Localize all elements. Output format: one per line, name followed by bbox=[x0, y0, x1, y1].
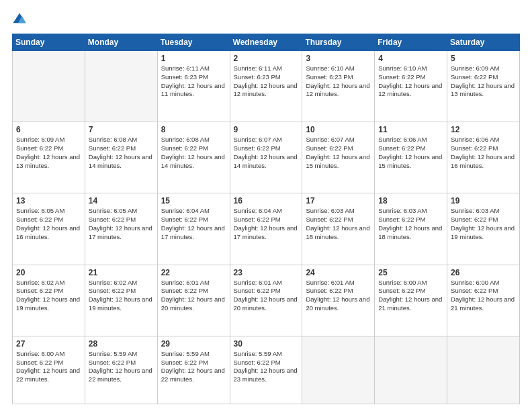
day-info: Sunrise: 6:07 AM Sunset: 6:22 PM Dayligh… bbox=[306, 136, 371, 170]
week-row-2: 6Sunrise: 6:09 AM Sunset: 6:22 PM Daylig… bbox=[13, 122, 520, 193]
weekday-header-friday: Friday bbox=[375, 34, 447, 51]
weekday-header-monday: Monday bbox=[85, 34, 157, 51]
day-info: Sunrise: 6:03 AM Sunset: 6:22 PM Dayligh… bbox=[451, 207, 516, 241]
calendar-cell: 7Sunrise: 6:08 AM Sunset: 6:22 PM Daylig… bbox=[85, 122, 157, 193]
day-number: 15 bbox=[161, 196, 226, 205]
calendar-cell: 17Sunrise: 6:03 AM Sunset: 6:22 PM Dayli… bbox=[302, 193, 375, 265]
day-number: 12 bbox=[451, 125, 516, 134]
calendar-cell: 8Sunrise: 6:08 AM Sunset: 6:22 PM Daylig… bbox=[157, 122, 230, 193]
calendar-cell: 27Sunrise: 6:00 AM Sunset: 6:22 PM Dayli… bbox=[13, 336, 85, 404]
calendar-cell: 1Sunrise: 6:11 AM Sunset: 6:23 PM Daylig… bbox=[157, 51, 230, 122]
day-info: Sunrise: 6:01 AM Sunset: 6:22 PM Dayligh… bbox=[306, 279, 371, 313]
day-info: Sunrise: 6:11 AM Sunset: 6:23 PM Dayligh… bbox=[161, 64, 226, 99]
day-info: Sunrise: 6:06 AM Sunset: 6:22 PM Dayligh… bbox=[451, 136, 516, 170]
calendar-cell bbox=[85, 51, 157, 122]
day-info: Sunrise: 6:03 AM Sunset: 6:22 PM Dayligh… bbox=[378, 207, 443, 241]
day-number: 11 bbox=[378, 125, 443, 134]
day-info: Sunrise: 6:04 AM Sunset: 6:22 PM Dayligh… bbox=[161, 207, 226, 241]
calendar-cell: 22Sunrise: 6:01 AM Sunset: 6:22 PM Dayli… bbox=[157, 265, 230, 336]
day-info: Sunrise: 6:05 AM Sunset: 6:22 PM Dayligh… bbox=[16, 207, 81, 241]
calendar-cell: 15Sunrise: 6:04 AM Sunset: 6:22 PM Dayli… bbox=[157, 193, 230, 265]
day-info: Sunrise: 5:59 AM Sunset: 6:22 PM Dayligh… bbox=[89, 350, 154, 384]
day-number: 22 bbox=[161, 268, 226, 277]
day-number: 28 bbox=[89, 339, 154, 349]
day-info: Sunrise: 6:08 AM Sunset: 6:22 PM Dayligh… bbox=[161, 136, 226, 170]
day-info: Sunrise: 5:59 AM Sunset: 6:22 PM Dayligh… bbox=[234, 350, 299, 384]
calendar-cell bbox=[447, 336, 520, 404]
day-number: 13 bbox=[16, 196, 81, 205]
calendar-cell: 25Sunrise: 6:00 AM Sunset: 6:22 PM Dayli… bbox=[375, 265, 447, 336]
calendar-cell: 10Sunrise: 6:07 AM Sunset: 6:22 PM Dayli… bbox=[302, 122, 375, 193]
day-info: Sunrise: 6:08 AM Sunset: 6:22 PM Dayligh… bbox=[89, 136, 154, 170]
calendar-cell: 28Sunrise: 5:59 AM Sunset: 6:22 PM Dayli… bbox=[85, 336, 157, 404]
day-number: 25 bbox=[378, 268, 443, 277]
calendar-cell: 6Sunrise: 6:09 AM Sunset: 6:22 PM Daylig… bbox=[13, 122, 85, 193]
day-info: Sunrise: 6:00 AM Sunset: 6:22 PM Dayligh… bbox=[16, 350, 81, 384]
calendar-cell bbox=[302, 336, 375, 404]
day-number: 20 bbox=[16, 268, 81, 277]
day-info: Sunrise: 6:03 AM Sunset: 6:22 PM Dayligh… bbox=[306, 207, 371, 241]
calendar-cell: 20Sunrise: 6:02 AM Sunset: 6:22 PM Dayli… bbox=[13, 265, 85, 336]
day-number: 2 bbox=[234, 54, 299, 63]
week-row-4: 20Sunrise: 6:02 AM Sunset: 6:22 PM Dayli… bbox=[13, 265, 520, 336]
weekday-header-tuesday: Tuesday bbox=[157, 34, 230, 51]
day-info: Sunrise: 6:04 AM Sunset: 6:22 PM Dayligh… bbox=[234, 207, 299, 241]
day-info: Sunrise: 6:11 AM Sunset: 6:23 PM Dayligh… bbox=[234, 64, 299, 99]
day-number: 3 bbox=[306, 54, 371, 63]
day-number: 1 bbox=[161, 54, 226, 63]
day-info: Sunrise: 6:09 AM Sunset: 6:22 PM Dayligh… bbox=[16, 136, 81, 170]
day-info: Sunrise: 6:01 AM Sunset: 6:22 PM Dayligh… bbox=[234, 279, 299, 313]
day-number: 30 bbox=[234, 339, 299, 349]
week-row-1: 1Sunrise: 6:11 AM Sunset: 6:23 PM Daylig… bbox=[13, 51, 520, 122]
day-number: 10 bbox=[306, 125, 371, 134]
calendar-cell: 30Sunrise: 5:59 AM Sunset: 6:22 PM Dayli… bbox=[230, 336, 302, 404]
day-info: Sunrise: 6:07 AM Sunset: 6:22 PM Dayligh… bbox=[234, 136, 299, 170]
day-number: 17 bbox=[306, 196, 371, 205]
weekday-header-row: SundayMondayTuesdayWednesdayThursdayFrid… bbox=[13, 34, 520, 51]
calendar-cell: 12Sunrise: 6:06 AM Sunset: 6:22 PM Dayli… bbox=[447, 122, 520, 193]
calendar-cell: 29Sunrise: 5:59 AM Sunset: 6:22 PM Dayli… bbox=[157, 336, 230, 404]
day-info: Sunrise: 6:05 AM Sunset: 6:22 PM Dayligh… bbox=[89, 207, 154, 241]
day-info: Sunrise: 6:09 AM Sunset: 6:22 PM Dayligh… bbox=[451, 64, 516, 99]
day-info: Sunrise: 6:06 AM Sunset: 6:22 PM Dayligh… bbox=[378, 136, 443, 170]
header bbox=[12, 12, 520, 27]
day-number: 9 bbox=[234, 125, 299, 134]
day-number: 16 bbox=[234, 196, 299, 205]
calendar-cell bbox=[13, 51, 85, 122]
calendar: SundayMondayTuesdayWednesdayThursdayFrid… bbox=[12, 34, 520, 404]
calendar-cell: 13Sunrise: 6:05 AM Sunset: 6:22 PM Dayli… bbox=[13, 193, 85, 265]
weekday-header-wednesday: Wednesday bbox=[230, 34, 302, 51]
day-number: 14 bbox=[89, 196, 154, 205]
calendar-cell: 18Sunrise: 6:03 AM Sunset: 6:22 PM Dayli… bbox=[375, 193, 447, 265]
day-number: 5 bbox=[451, 54, 516, 63]
calendar-cell: 14Sunrise: 6:05 AM Sunset: 6:22 PM Dayli… bbox=[85, 193, 157, 265]
page: SundayMondayTuesdayWednesdayThursdayFrid… bbox=[0, 0, 532, 411]
day-number: 24 bbox=[306, 268, 371, 277]
calendar-cell: 3Sunrise: 6:10 AM Sunset: 6:23 PM Daylig… bbox=[302, 51, 375, 122]
week-row-5: 27Sunrise: 6:00 AM Sunset: 6:22 PM Dayli… bbox=[13, 336, 520, 404]
day-number: 26 bbox=[451, 268, 516, 277]
day-number: 6 bbox=[16, 125, 81, 134]
calendar-cell: 19Sunrise: 6:03 AM Sunset: 6:22 PM Dayli… bbox=[447, 193, 520, 265]
calendar-cell: 24Sunrise: 6:01 AM Sunset: 6:22 PM Dayli… bbox=[302, 265, 375, 336]
day-number: 7 bbox=[89, 125, 154, 134]
day-number: 23 bbox=[234, 268, 299, 277]
day-number: 29 bbox=[161, 339, 226, 349]
day-number: 18 bbox=[378, 196, 443, 205]
day-number: 4 bbox=[378, 54, 443, 63]
day-info: Sunrise: 6:02 AM Sunset: 6:22 PM Dayligh… bbox=[89, 279, 154, 313]
day-info: Sunrise: 6:00 AM Sunset: 6:22 PM Dayligh… bbox=[378, 279, 443, 313]
day-info: Sunrise: 6:00 AM Sunset: 6:22 PM Dayligh… bbox=[451, 279, 516, 313]
day-info: Sunrise: 5:59 AM Sunset: 6:22 PM Dayligh… bbox=[161, 350, 226, 384]
week-row-3: 13Sunrise: 6:05 AM Sunset: 6:22 PM Dayli… bbox=[13, 193, 520, 265]
day-number: 21 bbox=[89, 268, 154, 277]
day-info: Sunrise: 6:10 AM Sunset: 6:22 PM Dayligh… bbox=[378, 64, 443, 99]
day-info: Sunrise: 6:01 AM Sunset: 6:22 PM Dayligh… bbox=[161, 279, 226, 313]
day-number: 8 bbox=[161, 125, 226, 134]
calendar-cell: 21Sunrise: 6:02 AM Sunset: 6:22 PM Dayli… bbox=[85, 265, 157, 336]
calendar-cell bbox=[375, 336, 447, 404]
day-number: 27 bbox=[16, 339, 81, 349]
calendar-cell: 2Sunrise: 6:11 AM Sunset: 6:23 PM Daylig… bbox=[230, 51, 302, 122]
weekday-header-saturday: Saturday bbox=[447, 34, 520, 51]
logo-icon bbox=[12, 12, 27, 27]
